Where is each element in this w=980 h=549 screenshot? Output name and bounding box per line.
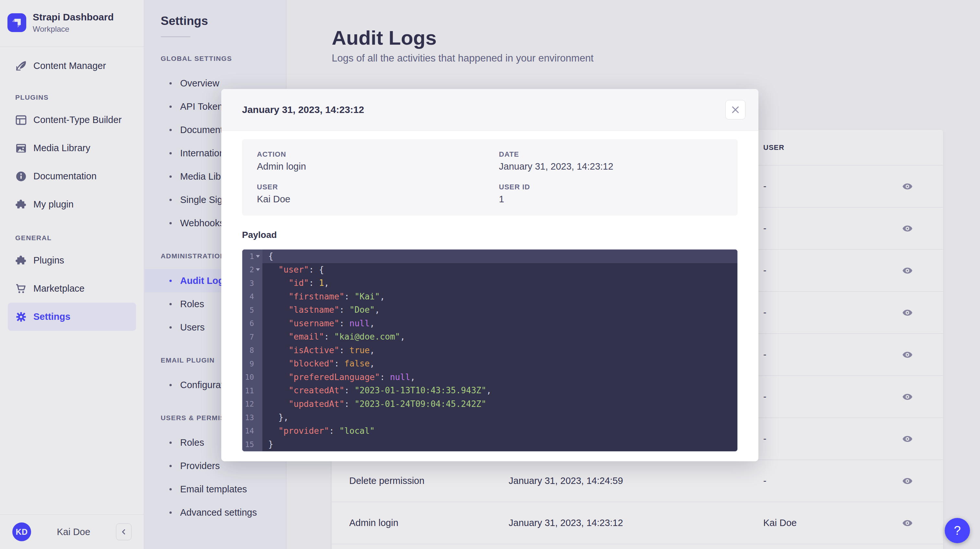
detail-label: ACTION (257, 150, 499, 159)
code-line: 10 "preferedLanguage": null, (242, 371, 737, 384)
detail-label: USER (257, 183, 499, 191)
gutter[interactable]: 5 (242, 303, 262, 317)
gutter[interactable]: 9 (242, 357, 262, 371)
modal-header: January 31, 2023, 14:23:12 (221, 89, 759, 131)
modal-title: January 31, 2023, 14:23:12 (242, 104, 364, 115)
line-number: 4 (242, 292, 254, 301)
code-line: 13 }, (242, 411, 737, 424)
close-modal-button[interactable] (725, 100, 745, 119)
line-number: 12 (242, 400, 254, 408)
code-line: 12 "updatedAt": "2023-01-24T09:04:45.242… (242, 398, 737, 411)
audit-log-details-modal: January 31, 2023, 14:23:12 ACTION Admin … (221, 89, 759, 461)
line-number: 5 (242, 306, 254, 314)
gutter[interactable]: 12 (242, 398, 262, 411)
gutter[interactable]: 10 (242, 371, 262, 384)
line-number: 7 (242, 333, 254, 341)
code-line: 8 "isActive": true, (242, 344, 737, 357)
close-icon (730, 105, 740, 114)
gutter[interactable]: 1 (242, 249, 262, 263)
code-line: 4 "firstname": "Kai", (242, 290, 737, 304)
code-line: 3 "id": 1, (242, 276, 737, 290)
gutter[interactable]: 2 (242, 263, 262, 277)
code-line: 15 } (242, 438, 737, 451)
gutter[interactable]: 13 (242, 411, 262, 424)
code-line: 7 "email": "kai@doe.com", (242, 330, 737, 344)
code-line: 9 "blocked": false, (242, 357, 737, 371)
line-number: 9 (242, 360, 254, 368)
gutter[interactable]: 7 (242, 330, 262, 344)
fold-chevron-icon[interactable] (256, 268, 260, 271)
code-line: 6 "username": null, (242, 317, 737, 330)
detail-value: Kai Doe (257, 194, 499, 205)
gutter[interactable]: 14 (242, 424, 262, 438)
detail-label: USER ID (499, 183, 723, 191)
line-number: 10 (242, 373, 254, 381)
line-number: 2 (242, 265, 254, 274)
gutter[interactable]: 4 (242, 290, 262, 304)
line-number: 11 (242, 387, 254, 395)
help-button[interactable]: ? (945, 518, 970, 543)
detail-value: 1 (499, 194, 723, 205)
gutter[interactable]: 11 (242, 384, 262, 398)
gutter[interactable]: 15 (242, 438, 262, 451)
payload-code-editor[interactable]: 1 { 2 "user": { 3 "id": 1, 4 "firstname"… (242, 249, 738, 452)
code-line: 1 { (242, 249, 737, 263)
log-details-box: ACTION Admin login DATE January 31, 2023… (242, 139, 738, 216)
line-number: 3 (242, 279, 254, 287)
code-line: 2 "user": { (242, 263, 737, 277)
line-number: 8 (242, 346, 254, 354)
detail-field: USER ID 1 (499, 183, 723, 205)
detail-value: January 31, 2023, 14:23:12 (499, 161, 723, 172)
detail-field: ACTION Admin login (257, 150, 499, 172)
code-line: 5 "lastname": "Doe", (242, 303, 737, 317)
detail-value: Admin login (257, 161, 499, 172)
line-number: 14 (242, 427, 254, 435)
code-line: 14 "provider": "local" (242, 424, 737, 438)
detail-field: DATE January 31, 2023, 14:23:12 (499, 150, 723, 172)
line-number: 13 (242, 413, 254, 422)
gutter[interactable]: 8 (242, 344, 262, 357)
line-number: 15 (242, 440, 254, 449)
line-number: 6 (242, 319, 254, 328)
gutter[interactable]: 6 (242, 317, 262, 330)
gutter[interactable]: 3 (242, 276, 262, 290)
payload-label: Payload (242, 230, 738, 240)
detail-label: DATE (499, 150, 723, 159)
detail-field: USER Kai Doe (257, 183, 499, 205)
fold-chevron-icon[interactable] (256, 255, 260, 258)
code-line: 11 "createdAt": "2023-01-13T10:43:35.943… (242, 384, 737, 398)
line-number: 1 (242, 252, 254, 260)
